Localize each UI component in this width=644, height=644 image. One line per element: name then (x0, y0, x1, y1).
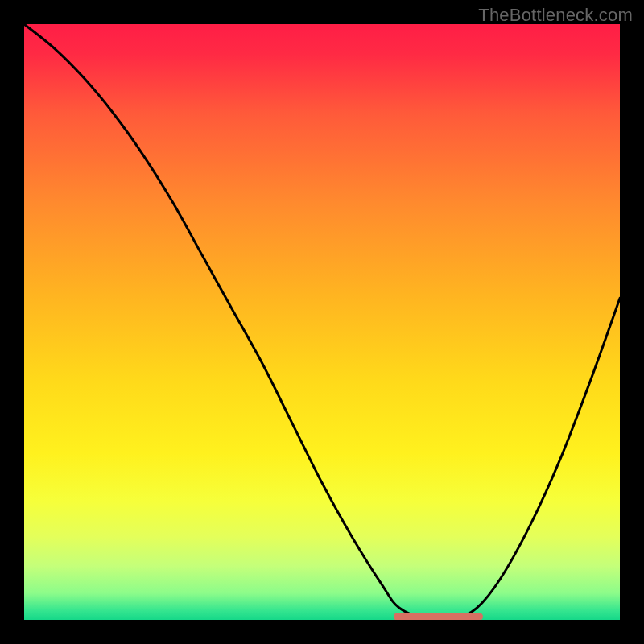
bottleneck-curve (24, 24, 620, 620)
chart-stage: TheBottleneck.com (0, 0, 644, 644)
watermark-text: TheBottleneck.com (478, 5, 633, 26)
plot-area (24, 24, 620, 620)
curve-path (24, 24, 620, 620)
optimal-range-marker (394, 613, 483, 620)
